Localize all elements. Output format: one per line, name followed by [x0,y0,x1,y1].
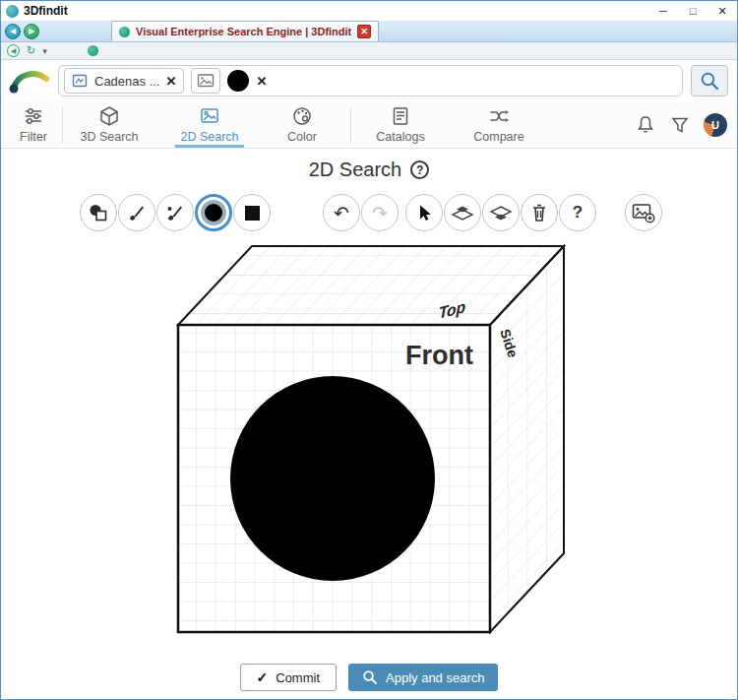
close-button[interactable]: ✕ [707,1,737,21]
toolbar-back-icon[interactable]: ◀ [7,44,20,57]
remove-sketch-token-button[interactable]: ✕ [256,75,267,88]
send-backward-button[interactable] [482,194,520,231]
sketch-toolbar: ↶ ↷ ? [1,191,737,234]
select-tool-button[interactable] [405,194,443,231]
filled-square-icon [245,206,260,221]
minimize-button[interactable]: ─ [648,1,678,21]
titlebar: 3Dfindit ─ □ ✕ [1,1,737,21]
tab-close-button[interactable]: ✕ [357,25,371,38]
catalog-chip-label: Cadenas ... [94,74,160,89]
browser-tabbar: ◀ ▶ Visual Enterprise Search Engine | 3D… [1,21,737,42]
nav-label: Catalogs [376,130,424,144]
nav-label: Filter [20,130,47,144]
filled-circle-icon [205,204,222,222]
search-box: Cadenas ... ✕ ✕ [58,65,683,96]
apply-label: Apply and search [386,670,484,685]
site-favicon-icon [88,45,98,56]
rectangle-tool-button[interactable] [233,194,271,231]
layer-down-icon [489,205,513,222]
browser-toolbar: ◀ ↻ ▾ [1,42,737,60]
undo-button[interactable]: ↶ [323,194,360,231]
add-image-button[interactable] [625,194,662,231]
nav-label: 2D Search [180,130,238,144]
sketch-canvas[interactable]: Front Top Side [1,236,737,650]
cube-icon [98,105,120,127]
app-icon [6,5,19,18]
bring-forward-button[interactable] [444,194,481,231]
nav-divider [350,107,351,143]
search-button[interactable] [691,65,728,96]
nav-item-3d-search[interactable]: 3D Search [71,101,148,148]
filter-funnel-icon[interactable] [670,115,690,135]
nav-item-filter[interactable]: Filter [5,101,62,148]
circle-tool-button[interactable] [195,194,232,231]
check-icon: ✓ [257,669,269,685]
nav-divider [62,107,63,143]
nav-item-compare[interactable]: Compare [467,101,530,148]
app-window: 3Dfindit ─ □ ✕ ◀ ▶ Visual Enterprise Sea… [0,0,738,700]
front-face-label: Front [405,341,473,370]
page-help-button[interactable]: ? [410,160,429,179]
nav-label: Compare [473,130,523,144]
search-icon [362,669,378,685]
brush-tool-button[interactable] [118,194,155,231]
catalog-chip-icon [72,73,89,89]
avatar-initial: U [711,119,719,131]
detail-brush-tool-button[interactable] [156,194,194,231]
browser-back-button[interactable]: ◀ [5,24,21,39]
window-title: 3Dfindit [24,4,648,18]
maximize-button[interactable]: □ [678,1,707,21]
palette-icon [291,105,313,127]
heading-row: 2D Search ? [1,149,737,187]
brush-dot-icon [165,203,185,223]
refresh-icon[interactable]: ↻ [27,44,35,57]
bell-icon[interactable] [635,114,656,136]
browser-forward-button[interactable]: ▶ [24,24,39,39]
add-image-icon [632,203,655,223]
tool-help-button[interactable]: ? [559,194,596,231]
window-controls: ─ □ ✕ [648,1,737,21]
nav-right-actions: U [635,101,737,148]
brush-icon [127,203,147,223]
browser-tab[interactable]: Visual Enterprise Search Engine | 3Dfind… [111,21,379,41]
nav-item-color[interactable]: Color [272,101,333,148]
page-title: 2D Search [309,159,402,181]
search-input[interactable] [274,66,677,95]
undo-icon: ↶ [334,204,349,223]
tab-favicon-icon [119,27,130,37]
nav-label: Color [287,130,317,144]
remove-catalog-chip-button[interactable]: ✕ [166,75,177,88]
layer-up-icon [451,205,474,222]
sketch-circle-token [227,70,249,92]
cursor-icon [414,203,434,223]
commit-label: Commit [276,670,320,685]
redo-button[interactable]: ↷ [361,194,399,231]
catalog-icon [390,105,411,127]
search-icon [699,70,720,92]
image-frame-icon [199,105,220,127]
nav-item-catalogs[interactable]: Catalogs [369,101,432,148]
user-avatar[interactable]: U [704,113,727,137]
filter-sliders-icon [23,105,44,127]
3dfindit-logo [7,66,50,95]
sketch-thumbnail-button[interactable] [191,68,220,94]
search-row: Cadenas ... ✕ ✕ [1,60,737,101]
image-icon [197,73,215,89]
main-nav: Filter 3D Search 2D Search [1,101,737,149]
nav-item-2d-search[interactable]: 2D Search [171,101,248,148]
nav-label: 3D Search [80,130,138,144]
compare-icon [488,105,510,127]
shapes-icon [88,203,109,223]
commit-button[interactable]: ✓ Commit [240,664,338,691]
footer-actions: ✓ Commit Apply and search [1,664,737,691]
help-icon: ? [573,203,583,223]
drawn-circle[interactable] [230,376,435,581]
shape-tool-button[interactable] [80,194,117,231]
apply-and-search-button[interactable]: Apply and search [348,664,498,691]
catalog-filter-chip[interactable]: Cadenas ... ✕ [64,68,184,94]
delete-sketch-button[interactable] [521,194,558,231]
redo-icon: ↷ [372,204,388,223]
trash-icon [530,203,548,223]
tab-title: Visual Enterprise Search Engine | 3Dfind… [136,26,351,37]
dropdown-caret-icon[interactable]: ▾ [42,46,47,56]
